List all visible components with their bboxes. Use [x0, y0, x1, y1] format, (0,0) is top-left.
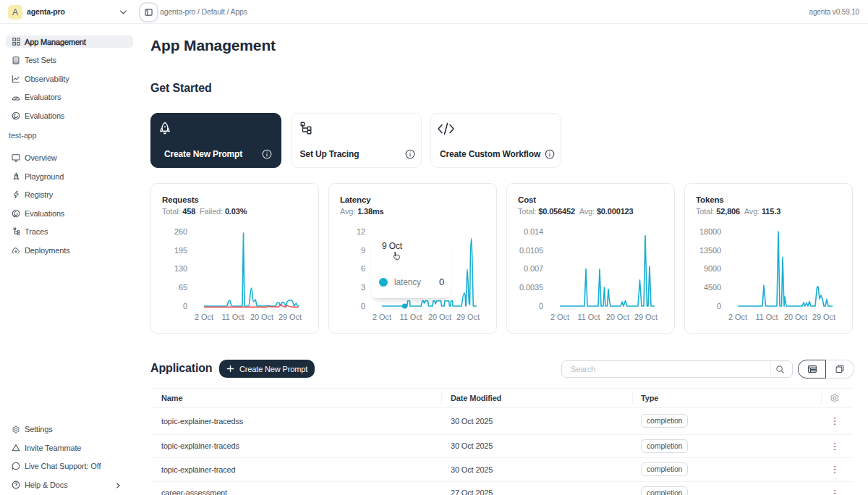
svg-text:260: 260	[174, 227, 187, 236]
svg-text:29 Oct: 29 Oct	[634, 313, 658, 321]
svg-text:11 Oct: 11 Oct	[578, 313, 600, 321]
svg-text:0: 0	[717, 302, 721, 310]
svg-text:29 Oct: 29 Oct	[812, 313, 835, 321]
svg-text:18000: 18000	[699, 227, 721, 236]
svg-text:0.007: 0.007	[524, 264, 543, 273]
svg-text:195: 195	[174, 246, 187, 255]
svg-text:0.014: 0.014	[524, 227, 543, 236]
svg-text:11 Oct: 11 Oct	[756, 313, 778, 321]
svg-text:13500: 13500	[699, 246, 721, 255]
svg-text:2 Oct: 2 Oct	[728, 313, 747, 321]
svg-text:0: 0	[539, 302, 543, 310]
svg-text:130: 130	[174, 264, 187, 273]
svg-text:29 Oct: 29 Oct	[278, 313, 302, 321]
svg-text:12: 12	[357, 227, 365, 236]
svg-text:9: 9	[361, 246, 365, 255]
svg-text:29 Oct: 29 Oct	[456, 313, 480, 321]
svg-text:0: 0	[183, 302, 187, 310]
svg-text:6: 6	[361, 264, 365, 273]
svg-text:11 Oct: 11 Oct	[222, 313, 244, 321]
svg-text:20 Oct: 20 Oct	[784, 313, 807, 321]
svg-text:3: 3	[361, 283, 365, 292]
svg-text:65: 65	[179, 283, 187, 292]
svg-text:20 Oct: 20 Oct	[606, 313, 629, 321]
svg-text:20 Oct: 20 Oct	[428, 313, 451, 321]
svg-text:2 Oct: 2 Oct	[195, 313, 213, 321]
svg-text:4500: 4500	[704, 283, 721, 292]
svg-text:20 Oct: 20 Oct	[250, 313, 273, 321]
svg-text:2 Oct: 2 Oct	[550, 313, 569, 321]
svg-text:11 Oct: 11 Oct	[400, 313, 422, 321]
svg-text:0: 0	[361, 302, 365, 310]
svg-text:0.0105: 0.0105	[519, 246, 543, 255]
svg-text:9000: 9000	[704, 264, 721, 273]
svg-text:0.0035: 0.0035	[519, 283, 543, 292]
svg-text:2 Oct: 2 Oct	[373, 313, 391, 321]
